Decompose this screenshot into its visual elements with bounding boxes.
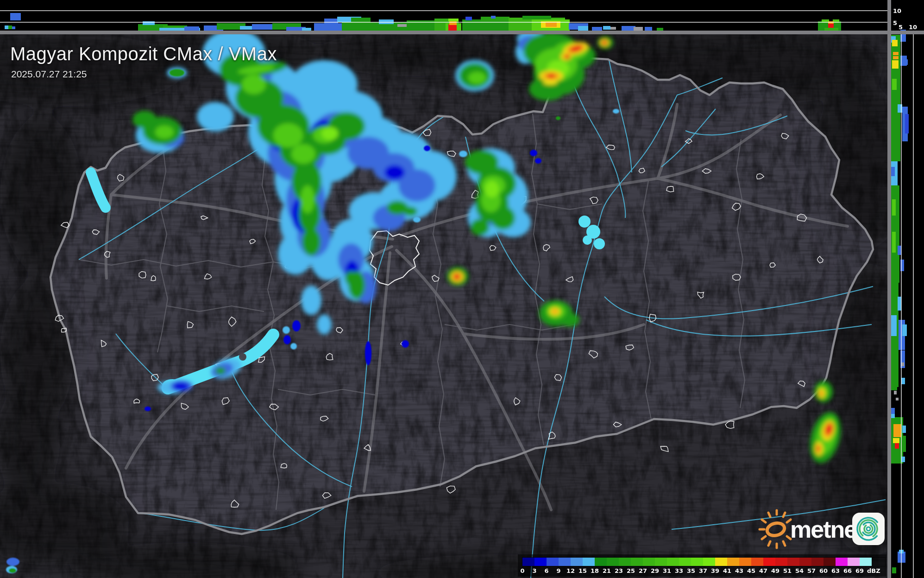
legend-cell-63 (836, 558, 848, 566)
legend-label: 23 (613, 567, 625, 574)
radar-echo (302, 228, 321, 256)
legend-cell-45 (751, 558, 763, 566)
radar-echo (291, 144, 315, 164)
profile-echo (903, 436, 906, 452)
profile-echo (546, 22, 557, 27)
radar-echo-dot (365, 341, 371, 365)
legend-cell-23 (619, 558, 631, 566)
profile-echo (891, 167, 895, 176)
legend-label: 51 (781, 567, 793, 574)
radar-echo (197, 102, 234, 132)
map-timestamp: 2025.07.27 21:25 (11, 69, 87, 80)
profile-echo (892, 199, 896, 216)
profile-echo (891, 375, 897, 390)
right-axis-5km-label: 5 (899, 24, 903, 31)
legend-cell-66 (848, 558, 860, 566)
legend-label: 69 (854, 567, 866, 574)
legend-label: 41 (721, 567, 733, 574)
radar-echo-dot (170, 69, 184, 76)
radar-echo (471, 219, 489, 235)
dbz-color-bar (522, 558, 885, 566)
profile-echo (892, 60, 899, 69)
legend-cell-60 (823, 558, 836, 566)
legend-label: 9 (553, 567, 565, 574)
legend-label: 0 (516, 567, 528, 574)
profile-echo (379, 19, 394, 24)
legend-cell-27 (643, 558, 655, 566)
legend-cell-39 (715, 558, 727, 566)
legend-label: 37 (697, 567, 709, 574)
profile-echo (184, 26, 199, 31)
legend-cell-69 (860, 558, 872, 566)
legend-label: 60 (817, 567, 830, 574)
legend-cell-57 (811, 558, 823, 566)
radar-echo-dot (283, 326, 290, 334)
radar-echo-dot (9, 568, 16, 573)
legend-cell-12 (571, 558, 583, 566)
profile-echo (901, 378, 905, 384)
profile-echo (622, 26, 635, 31)
radar-composite-view: metnet Magyar Kompozit CMax / VMax 2025.… (0, 0, 924, 578)
radar-echo (321, 127, 338, 140)
radar-echo-dot (6, 558, 19, 566)
profile-echo (902, 324, 907, 336)
profile-echo (5, 25, 8, 29)
radar-echo (468, 72, 486, 84)
profile-echo (894, 391, 897, 394)
page-title: Magyar Kompozit CMax / VMax (10, 44, 277, 64)
profile-echo (892, 40, 898, 46)
profile-echo (10, 13, 21, 20)
legend-label: 21 (601, 567, 613, 574)
legend-label: 45 (745, 567, 757, 574)
legend-label: 6 (541, 567, 553, 574)
legend-cell-18 (595, 558, 607, 566)
legend-label: 18 (589, 567, 601, 574)
legend-cell-49 (775, 558, 787, 566)
legend-cell-25 (631, 558, 643, 566)
legend-cell-31 (667, 558, 679, 566)
dbz-scale-labels: 0369121518212325272931333537394143454749… (522, 567, 885, 574)
profile-echo (522, 16, 551, 19)
radar-echo (132, 111, 157, 128)
radar-echo (273, 123, 303, 147)
legend-label: 66 (842, 567, 854, 574)
horizontal-divider (0, 31, 924, 34)
top-axis-10km-label: 10 (893, 7, 901, 14)
profile-echo (893, 52, 899, 55)
profile-echo (901, 457, 905, 462)
radar-echo-dot (459, 151, 467, 157)
radar-echo-dot (530, 150, 537, 156)
radar-echo (547, 74, 555, 78)
radar-echo (301, 185, 314, 213)
profile-echo (314, 23, 344, 31)
radar-echo (215, 367, 226, 375)
legend-label: 47 (757, 567, 769, 574)
profile-echo (465, 17, 472, 20)
legend-label: 12 (565, 567, 577, 574)
profile-echo (895, 443, 899, 449)
legend-label: 31 (661, 567, 673, 574)
profile-echo (634, 27, 643, 31)
legend-cell-0 (522, 558, 534, 566)
legend-cell-41 (727, 558, 739, 566)
profile-echo (8, 25, 12, 29)
tihany-peninsula (239, 353, 246, 361)
profile-echo (892, 232, 896, 253)
legend-label: 33 (673, 567, 685, 574)
top-axis-5km-label: 5 (893, 19, 897, 26)
profile-echo (905, 114, 909, 133)
radar-echo-dot (535, 158, 541, 164)
radar-echo (819, 390, 823, 397)
radar-echo-dot (402, 340, 409, 348)
legend-cell-43 (739, 558, 751, 566)
profile-echo (898, 297, 901, 311)
profile-echo (891, 408, 895, 414)
right-axis-10km-label: 10 (909, 24, 917, 31)
legend-label: 39 (709, 567, 721, 574)
legend-label: 57 (805, 567, 817, 574)
profile-echo (893, 438, 899, 443)
radar-echo-dot (556, 116, 560, 120)
legend-label: 15 (577, 567, 589, 574)
legend-cell-9 (559, 558, 571, 566)
map-area (0, 25, 917, 578)
